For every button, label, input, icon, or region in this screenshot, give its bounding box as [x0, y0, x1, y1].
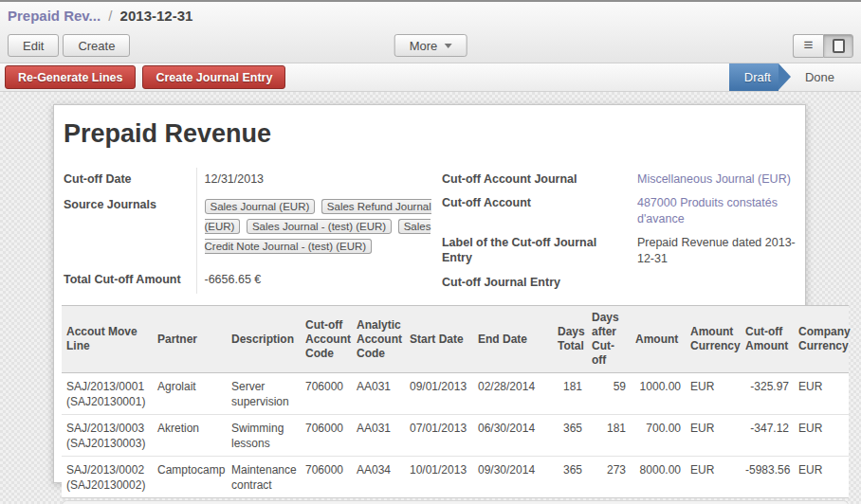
form-view-icon [833, 39, 845, 53]
cutoff-account-journal-link[interactable]: Miscellaneous Journal (EUR) [637, 172, 791, 186]
column-header[interactable]: Accout Move Line [62, 306, 153, 373]
column-header[interactable]: Amount Currency [686, 306, 741, 373]
journal-tag: Sales Journal - (test) (EUR) [247, 219, 392, 234]
workflow-bar: Re-Generate Lines Create Journal Entry D… [0, 63, 861, 92]
table-cell[interactable]: Agrolait [153, 373, 227, 415]
create-button[interactable]: Create [63, 34, 130, 57]
column-header[interactable]: End Date [473, 306, 553, 373]
status-step-draft: Draft [729, 63, 779, 91]
table-cell[interactable]: 8000.00 [631, 457, 686, 498]
table-row[interactable]: SAJ/2013/0002 (SAJ20130002)CamptocampMai… [62, 457, 849, 498]
status-step-done: Done [792, 63, 848, 91]
cutoff-lines-area: Accout Move LinePartnerDescriptionCut-of… [62, 305, 849, 504]
column-header[interactable]: Company Currency [794, 306, 849, 373]
table-cell[interactable]: 09/30/2014 [473, 457, 553, 498]
breadcrumb-separator: / [104, 8, 116, 24]
table-cell[interactable]: 07/01/2013 [405, 415, 473, 457]
table-cell[interactable]: 09/01/2013 [405, 373, 473, 415]
view-switcher: ≡ [793, 34, 853, 58]
table-cell[interactable]: EUR [686, 457, 741, 498]
column-header[interactable]: Days Total [553, 306, 587, 373]
table-cell[interactable]: 365 [553, 415, 587, 457]
table-cell[interactable]: EUR [794, 373, 849, 415]
column-header[interactable]: Analytic Account Code [352, 306, 405, 373]
field-total-cutoff-amount: Total Cut-off Amount -6656.65 € [64, 268, 442, 295]
table-cell[interactable]: EUR [794, 457, 849, 498]
table-cell[interactable]: Maintenance contract [227, 457, 301, 498]
table-cell[interactable]: Swimming lessons [227, 415, 301, 457]
table-cell[interactable]: EUR [794, 415, 849, 457]
total-cutoff-amount-label: Total Cut-off Amount [64, 268, 196, 295]
table-cell[interactable]: 1000.00 [631, 373, 686, 415]
table-header-row: Accout Move LinePartnerDescriptionCut-of… [62, 306, 849, 373]
create-journal-entry-button[interactable]: Create Journal Entry [142, 65, 285, 89]
table-row[interactable]: SAJ/2013/0001 (SAJ20130001)AgrolaitServe… [62, 373, 849, 415]
chevron-down-icon [444, 44, 451, 48]
table-cell[interactable]: SAJ/2013/0002 (SAJ20130002) [62, 457, 153, 498]
right-field-group: Cut-off Account Journal Miscellaneous Jo… [442, 168, 796, 294]
list-view-icon: ≡ [804, 37, 814, 53]
list-view-button[interactable]: ≡ [793, 34, 823, 58]
column-header[interactable]: Cut-off Amount [741, 306, 794, 373]
statusbar: Draft Done [729, 63, 861, 91]
table-cell[interactable]: 181 [553, 373, 587, 415]
table-cell[interactable]: Camptocamp [153, 457, 227, 498]
horizontal-scrollbar[interactable] [62, 500, 849, 504]
table-cell[interactable]: 181 [587, 415, 631, 457]
cutoff-date-value: 12/31/2013 [196, 168, 442, 193]
cutoff-account-link[interactable]: 487000 Produits constatés d'avance [637, 196, 778, 225]
cutoff-account-label: Cut-off Account [442, 191, 630, 231]
source-journals-label: Source Journals [64, 193, 196, 267]
breadcrumb-parent-link[interactable]: Prepaid Rev... [8, 8, 101, 24]
left-field-group: Cut-off Date 12/31/2013 Source Journals … [64, 168, 442, 294]
journal-tag: Sales Journal (EUR) [205, 199, 316, 214]
table-cell[interactable]: 706000 [301, 373, 352, 415]
table-cell[interactable]: 10/01/2013 [405, 457, 473, 498]
journal-entry-label-value: Prepaid Revenue dated 2013-12-31 [630, 231, 796, 271]
cutoff-journal-entry-label: Cut-off Journal Entry [442, 271, 630, 294]
column-header[interactable]: Start Date [405, 306, 473, 373]
form-fields: Cut-off Date 12/31/2013 Source Journals … [64, 168, 796, 294]
cutoff-journal-entry-value [630, 271, 796, 294]
cutoff-account-journal-label: Cut-off Account Journal [442, 168, 630, 191]
table-cell[interactable]: 700.00 [631, 415, 686, 457]
column-header[interactable]: Partner [153, 306, 227, 373]
table-cell[interactable]: 06/30/2014 [473, 415, 553, 457]
column-header[interactable]: Cut-off Account Code [301, 306, 352, 373]
cutoff-date-label: Cut-off Date [64, 168, 196, 193]
table-cell[interactable]: SAJ/2013/0001 (SAJ20130001) [62, 373, 153, 415]
table-cell[interactable]: AA034 [352, 457, 405, 498]
table-cell[interactable]: 02/28/2014 [473, 373, 553, 415]
source-journals-tags: Sales Journal (EUR) Sales Refund Journal… [196, 193, 442, 267]
table-cell[interactable]: -347.12 [741, 415, 794, 457]
table-cell[interactable]: Server supervision [227, 373, 301, 415]
column-header[interactable]: Days after Cut-off [587, 306, 631, 373]
field-source-journals: Source Journals Sales Journal (EUR) Sale… [64, 193, 442, 267]
column-header[interactable]: Amount [631, 306, 686, 373]
column-header[interactable]: Description [227, 306, 301, 373]
table-cell[interactable]: 273 [587, 457, 631, 498]
table-cell[interactable]: Akretion [153, 415, 227, 457]
table-cell[interactable]: EUR [686, 415, 741, 457]
table-cell[interactable]: 365 [553, 457, 587, 498]
table-row[interactable]: SAJ/2013/0003 (SAJ20130003)AkretionSwimm… [62, 415, 849, 457]
form-view-button[interactable] [823, 34, 853, 58]
table-cell[interactable]: AA031 [352, 373, 405, 415]
regenerate-lines-button[interactable]: Re-Generate Lines [5, 65, 136, 89]
table-cell[interactable]: EUR [686, 373, 741, 415]
table-cell[interactable]: 706000 [301, 457, 352, 498]
more-dropdown-button[interactable]: More [394, 34, 467, 57]
table-cell[interactable]: AA031 [352, 415, 405, 457]
edit-button[interactable]: Edit [8, 34, 59, 57]
more-label: More [410, 39, 438, 53]
table-cell[interactable]: 706000 [301, 415, 352, 457]
table-cell[interactable]: -5983.56 [741, 457, 794, 498]
table-cell[interactable]: 59 [587, 373, 631, 415]
field-journal-entry-label: Label of the Cut-off Journal Entry Prepa… [442, 231, 796, 271]
field-cutoff-account-journal: Cut-off Account Journal Miscellaneous Jo… [442, 168, 796, 191]
table-cell[interactable]: SAJ/2013/0003 (SAJ20130003) [62, 415, 153, 457]
breadcrumb-current: 2013-12-31 [120, 8, 193, 24]
table-cell[interactable]: -325.97 [741, 373, 794, 415]
form-sheet: Prepaid Revenue Cut-off Date 12/31/2013 … [53, 104, 806, 483]
page-background: Prepaid Revenue Cut-off Date 12/31/2013 … [0, 92, 861, 504]
